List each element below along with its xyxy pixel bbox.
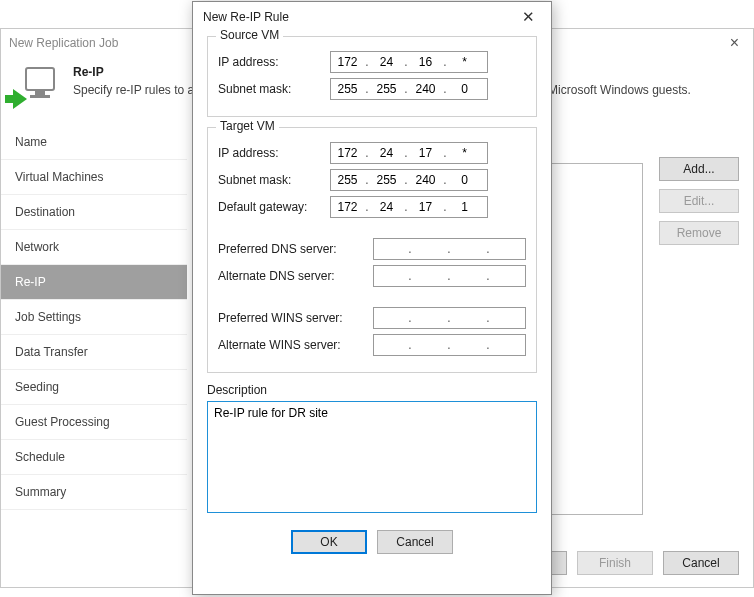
target-mask-octet-3[interactable]: [409, 173, 442, 187]
source-ip-octet-2[interactable]: [370, 55, 403, 69]
source-ip-octet-3[interactable]: [409, 55, 442, 69]
source-ip-label: IP address:: [218, 55, 330, 69]
source-vm-legend: Source VM: [216, 28, 283, 42]
target-gateway-label: Default gateway:: [218, 200, 330, 214]
replication-icon: [15, 67, 59, 111]
source-mask-octet-1[interactable]: [331, 82, 364, 96]
source-mask-label: Subnet mask:: [218, 82, 330, 96]
preferred-wins-label: Preferred WINS server:: [218, 311, 373, 325]
target-ip-octet-3[interactable]: [409, 146, 442, 160]
wizard-title: New Replication Job: [9, 36, 118, 50]
target-ip-octet-1[interactable]: [331, 146, 364, 160]
finish-button: Finish: [577, 551, 653, 575]
pref-dns-octet-3[interactable]: [452, 242, 485, 256]
alt-wins-octet-2[interactable]: [413, 338, 446, 352]
target-gw-octet-1[interactable]: [331, 200, 364, 214]
alt-dns-octet-2[interactable]: [413, 269, 446, 283]
target-ip-input[interactable]: . . .: [330, 142, 488, 164]
source-mask-octet-4[interactable]: [448, 82, 481, 96]
source-mask-octet-3[interactable]: [409, 82, 442, 96]
nav-item-schedule[interactable]: Schedule: [1, 440, 187, 475]
alt-wins-octet-4[interactable]: [491, 338, 524, 352]
pref-dns-octet-4[interactable]: [491, 242, 524, 256]
target-vm-legend: Target VM: [216, 119, 279, 133]
wizard-nav: Name Virtual Machines Destination Networ…: [1, 125, 187, 551]
target-ip-octet-2[interactable]: [370, 146, 403, 160]
pref-dns-octet-1[interactable]: [374, 242, 407, 256]
alt-wins-octet-1[interactable]: [374, 338, 407, 352]
nav-item-destination[interactable]: Destination: [1, 195, 187, 230]
reip-rule-dialog: New Re-IP Rule ✕ Source VM IP address: .…: [192, 1, 552, 595]
alt-dns-octet-4[interactable]: [491, 269, 524, 283]
alt-dns-octet-1[interactable]: [374, 269, 407, 283]
pref-wins-octet-1[interactable]: [374, 311, 407, 325]
nav-item-job-settings[interactable]: Job Settings: [1, 300, 187, 335]
target-gw-octet-4[interactable]: [448, 200, 481, 214]
source-vm-group: Source VM IP address: . . . Subnet mask:: [207, 36, 537, 117]
target-gateway-input[interactable]: . . .: [330, 196, 488, 218]
preferred-wins-input[interactable]: . . .: [373, 307, 526, 329]
cancel-button[interactable]: Cancel: [663, 551, 739, 575]
add-button[interactable]: Add...: [659, 157, 739, 181]
target-mask-octet-1[interactable]: [331, 173, 364, 187]
preferred-dns-label: Preferred DNS server:: [218, 242, 373, 256]
target-gw-octet-2[interactable]: [370, 200, 403, 214]
nav-item-network[interactable]: Network: [1, 230, 187, 265]
dialog-footer: OK Cancel: [193, 522, 551, 566]
nav-item-name[interactable]: Name: [1, 125, 187, 160]
description-label: Description: [207, 383, 537, 397]
alternate-wins-input[interactable]: . . .: [373, 334, 526, 356]
source-mask-input[interactable]: . . .: [330, 78, 488, 100]
dialog-title: New Re-IP Rule: [203, 10, 289, 24]
nav-item-guest-processing[interactable]: Guest Processing: [1, 405, 187, 440]
pref-dns-octet-2[interactable]: [413, 242, 446, 256]
target-mask-input[interactable]: . . .: [330, 169, 488, 191]
alternate-dns-label: Alternate DNS server:: [218, 269, 373, 283]
target-mask-label: Subnet mask:: [218, 173, 330, 187]
remove-button: Remove: [659, 221, 739, 245]
pref-wins-octet-3[interactable]: [452, 311, 485, 325]
nav-item-re-ip[interactable]: Re-IP: [1, 265, 187, 300]
description-input[interactable]: [207, 401, 537, 513]
close-icon[interactable]: ✕: [511, 5, 545, 29]
source-ip-input[interactable]: . . .: [330, 51, 488, 73]
target-mask-octet-2[interactable]: [370, 173, 403, 187]
cancel-button[interactable]: Cancel: [377, 530, 453, 554]
pref-wins-octet-2[interactable]: [413, 311, 446, 325]
alternate-dns-input[interactable]: . . .: [373, 265, 526, 287]
target-gw-octet-3[interactable]: [409, 200, 442, 214]
target-ip-octet-4[interactable]: [448, 146, 481, 160]
nav-item-seeding[interactable]: Seeding: [1, 370, 187, 405]
pref-wins-octet-4[interactable]: [491, 311, 524, 325]
close-icon[interactable]: ×: [724, 33, 745, 53]
nav-item-summary[interactable]: Summary: [1, 475, 187, 510]
nav-item-virtual-machines[interactable]: Virtual Machines: [1, 160, 187, 195]
alt-dns-octet-3[interactable]: [452, 269, 485, 283]
target-ip-label: IP address:: [218, 146, 330, 160]
source-mask-octet-2[interactable]: [370, 82, 403, 96]
source-ip-octet-1[interactable]: [331, 55, 364, 69]
alternate-wins-label: Alternate WINS server:: [218, 338, 373, 352]
nav-item-data-transfer[interactable]: Data Transfer: [1, 335, 187, 370]
source-ip-octet-4[interactable]: [448, 55, 481, 69]
target-vm-group: Target VM IP address: . . . Subnet mask:: [207, 127, 537, 373]
target-mask-octet-4[interactable]: [448, 173, 481, 187]
alt-wins-octet-3[interactable]: [452, 338, 485, 352]
ok-button[interactable]: OK: [291, 530, 367, 554]
preferred-dns-input[interactable]: . . .: [373, 238, 526, 260]
edit-button: Edit...: [659, 189, 739, 213]
